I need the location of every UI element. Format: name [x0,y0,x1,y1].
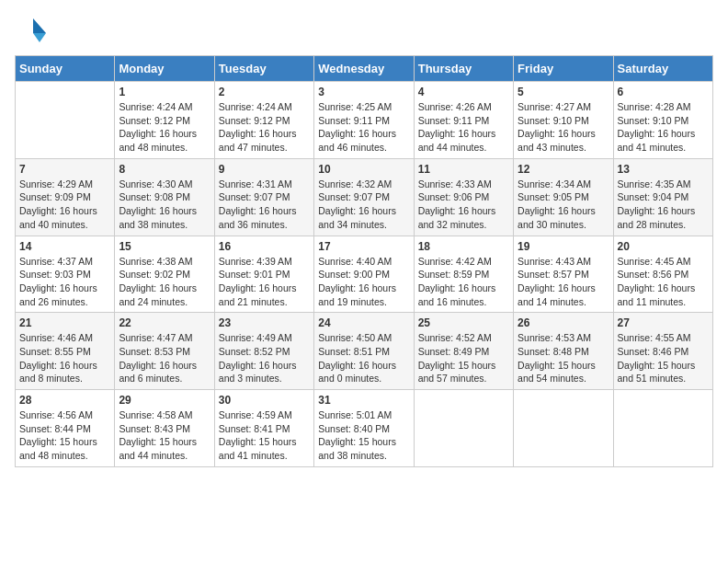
day-content: Sunrise: 4:29 AM Sunset: 9:09 PM Dayligh… [19,178,110,232]
week-row-5: 28Sunrise: 4:56 AM Sunset: 8:44 PM Dayli… [16,390,713,467]
day-cell: 14Sunrise: 4:37 AM Sunset: 9:03 PM Dayli… [16,236,115,313]
day-number: 29 [119,394,210,407]
header-row: SundayMondayTuesdayWednesdayThursdayFrid… [16,56,713,82]
day-number: 10 [318,163,409,176]
day-content: Sunrise: 4:47 AM Sunset: 8:53 PM Dayligh… [119,331,210,385]
day-number: 21 [19,316,110,329]
page-header [15,15,713,48]
day-content: Sunrise: 4:37 AM Sunset: 9:03 PM Dayligh… [19,255,110,309]
day-content: Sunrise: 4:32 AM Sunset: 9:07 PM Dayligh… [318,178,409,232]
day-cell: 13Sunrise: 4:35 AM Sunset: 9:04 PM Dayli… [613,158,712,236]
week-row-4: 21Sunrise: 4:46 AM Sunset: 8:55 PM Dayli… [16,313,713,390]
day-content: Sunrise: 4:31 AM Sunset: 9:07 PM Dayligh… [219,178,310,232]
day-cell: 28Sunrise: 4:56 AM Sunset: 8:44 PM Dayli… [16,390,115,467]
week-row-1: 1Sunrise: 4:24 AM Sunset: 9:12 PM Daylig… [16,82,713,159]
calendar-table: SundayMondayTuesdayWednesdayThursdayFrid… [15,55,713,467]
day-cell: 4Sunrise: 4:26 AM Sunset: 9:11 PM Daylig… [414,82,513,159]
day-number: 25 [418,316,509,329]
day-cell: 18Sunrise: 4:42 AM Sunset: 8:59 PM Dayli… [414,236,513,313]
day-cell: 6Sunrise: 4:28 AM Sunset: 9:10 PM Daylig… [613,82,712,159]
day-number: 24 [318,316,409,329]
day-cell: 3Sunrise: 4:25 AM Sunset: 9:11 PM Daylig… [314,82,414,159]
day-number: 2 [219,86,310,98]
day-number: 6 [618,86,709,98]
day-cell: 1Sunrise: 4:24 AM Sunset: 9:12 PM Daylig… [115,82,214,159]
day-cell: 24Sunrise: 4:50 AM Sunset: 8:51 PM Dayli… [314,313,414,390]
day-number: 31 [318,394,409,407]
day-number: 23 [219,316,310,329]
day-content: Sunrise: 4:59 AM Sunset: 8:41 PM Dayligh… [219,408,310,463]
svg-marker-1 [33,33,46,42]
day-number: 27 [618,316,709,329]
day-number: 5 [518,86,609,98]
day-number: 1 [119,86,210,98]
logo-icon [15,15,48,48]
column-header-tuesday: Tuesday [214,56,313,82]
day-content: Sunrise: 4:27 AM Sunset: 9:10 PM Dayligh… [518,100,609,155]
day-cell: 10Sunrise: 4:32 AM Sunset: 9:07 PM Dayli… [314,158,414,236]
day-number: 18 [418,240,509,253]
day-cell: 11Sunrise: 4:33 AM Sunset: 9:06 PM Dayli… [414,158,513,236]
day-number: 19 [518,240,609,253]
day-cell: 16Sunrise: 4:39 AM Sunset: 9:01 PM Dayli… [214,236,313,313]
day-content: Sunrise: 4:46 AM Sunset: 8:55 PM Dayligh… [19,331,110,385]
day-content: Sunrise: 4:30 AM Sunset: 9:08 PM Dayligh… [119,178,210,232]
day-cell: 2Sunrise: 4:24 AM Sunset: 9:12 PM Daylig… [214,82,313,159]
day-content: Sunrise: 4:38 AM Sunset: 9:02 PM Dayligh… [119,255,210,309]
day-content: Sunrise: 4:56 AM Sunset: 8:44 PM Dayligh… [19,408,110,463]
week-row-2: 7Sunrise: 4:29 AM Sunset: 9:09 PM Daylig… [16,158,713,236]
week-row-3: 14Sunrise: 4:37 AM Sunset: 9:03 PM Dayli… [16,236,713,313]
day-cell: 12Sunrise: 4:34 AM Sunset: 9:05 PM Dayli… [514,158,613,236]
day-cell: 22Sunrise: 4:47 AM Sunset: 8:53 PM Dayli… [115,313,214,390]
logo [15,15,51,48]
day-number: 16 [219,240,310,253]
day-number: 30 [219,394,310,407]
day-cell: 27Sunrise: 4:55 AM Sunset: 8:46 PM Dayli… [613,313,712,390]
day-number: 8 [119,163,210,176]
svg-marker-0 [33,18,46,33]
day-cell: 31Sunrise: 5:01 AM Sunset: 8:40 PM Dayli… [314,390,414,467]
day-number: 4 [418,86,509,98]
column-header-monday: Monday [115,56,214,82]
day-number: 28 [19,394,110,407]
day-cell: 9Sunrise: 4:31 AM Sunset: 9:07 PM Daylig… [214,158,313,236]
day-cell: 15Sunrise: 4:38 AM Sunset: 9:02 PM Dayli… [115,236,214,313]
day-content: Sunrise: 4:35 AM Sunset: 9:04 PM Dayligh… [618,178,709,232]
day-content: Sunrise: 4:53 AM Sunset: 8:48 PM Dayligh… [518,331,609,385]
day-cell: 25Sunrise: 4:52 AM Sunset: 8:49 PM Dayli… [414,313,513,390]
day-cell: 26Sunrise: 4:53 AM Sunset: 8:48 PM Dayli… [514,313,613,390]
day-number: 17 [318,240,409,253]
day-content: Sunrise: 4:50 AM Sunset: 8:51 PM Dayligh… [318,331,409,385]
day-content: Sunrise: 4:58 AM Sunset: 8:43 PM Dayligh… [119,408,210,463]
day-content: Sunrise: 4:52 AM Sunset: 8:49 PM Dayligh… [418,331,509,385]
day-content: Sunrise: 4:55 AM Sunset: 8:46 PM Dayligh… [618,331,709,385]
day-content: Sunrise: 4:33 AM Sunset: 9:06 PM Dayligh… [418,178,509,232]
day-number: 20 [618,240,709,253]
day-cell [414,390,513,467]
day-number: 12 [518,163,609,176]
day-cell: 20Sunrise: 4:45 AM Sunset: 8:56 PM Dayli… [613,236,712,313]
day-number: 7 [19,163,110,176]
day-number: 14 [19,240,110,253]
day-cell: 8Sunrise: 4:30 AM Sunset: 9:08 PM Daylig… [115,158,214,236]
day-content: Sunrise: 4:26 AM Sunset: 9:11 PM Dayligh… [418,100,509,155]
day-content: Sunrise: 4:43 AM Sunset: 8:57 PM Dayligh… [518,255,609,309]
day-content: Sunrise: 4:24 AM Sunset: 9:12 PM Dayligh… [119,100,210,155]
day-content: Sunrise: 4:49 AM Sunset: 8:52 PM Dayligh… [219,331,310,385]
day-cell: 21Sunrise: 4:46 AM Sunset: 8:55 PM Dayli… [16,313,115,390]
column-header-friday: Friday [514,56,613,82]
day-content: Sunrise: 4:42 AM Sunset: 8:59 PM Dayligh… [418,255,509,309]
column-header-wednesday: Wednesday [314,56,414,82]
day-content: Sunrise: 4:45 AM Sunset: 8:56 PM Dayligh… [618,255,709,309]
day-cell: 7Sunrise: 4:29 AM Sunset: 9:09 PM Daylig… [16,158,115,236]
day-number: 22 [119,316,210,329]
day-cell [613,390,712,467]
day-number: 3 [318,86,409,98]
day-number: 9 [219,163,310,176]
day-cell [16,82,115,159]
day-content: Sunrise: 5:01 AM Sunset: 8:40 PM Dayligh… [318,408,409,463]
day-content: Sunrise: 4:34 AM Sunset: 9:05 PM Dayligh… [518,178,609,232]
day-number: 13 [618,163,709,176]
day-cell [514,390,613,467]
day-content: Sunrise: 4:24 AM Sunset: 9:12 PM Dayligh… [219,100,310,155]
